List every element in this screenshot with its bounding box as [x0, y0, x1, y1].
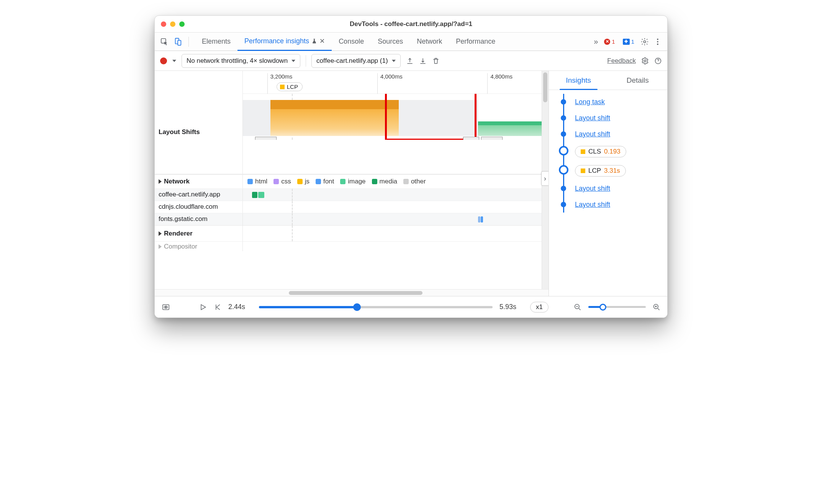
network-chunk[interactable] — [478, 216, 480, 223]
record-button[interactable] — [160, 57, 167, 64]
tab-label: Performance — [456, 38, 495, 46]
tab-console[interactable]: Console — [332, 33, 371, 51]
insight-item[interactable]: Long task — [559, 94, 664, 110]
tab-network[interactable]: Network — [410, 33, 449, 51]
network-row[interactable]: cdnjs.cloudflare.com — [155, 201, 549, 213]
svg-point-4 — [657, 38, 658, 40]
metric-value: 3.31s — [604, 167, 620, 175]
maximize-window-icon[interactable] — [179, 21, 185, 27]
tab-elements[interactable]: Elements — [195, 33, 237, 51]
cls-swatch-icon — [581, 149, 585, 154]
insight-metric-lcp[interactable]: LCP 3.31s — [559, 161, 664, 180]
settings-gear-icon[interactable] — [641, 57, 649, 65]
filmstrip-thumbnail[interactable] — [481, 137, 503, 140]
zoom-out-icon[interactable] — [574, 303, 581, 311]
renderer-section[interactable]: Renderer — [155, 225, 549, 241]
lcp-marker-chip[interactable]: LCP — [277, 82, 303, 91]
ruler-body[interactable]: 3,200ms 4,000ms 4,800ms LCP — [243, 71, 549, 94]
network-chunk[interactable] — [258, 192, 264, 198]
recording-dropdown[interactable]: coffee-cart.netlify.app (1) — [311, 54, 400, 68]
insight-item[interactable]: Layout shift — [559, 196, 664, 213]
minimize-window-icon[interactable] — [170, 21, 175, 27]
play-icon[interactable] — [199, 303, 207, 311]
insight-link[interactable]: Layout shift — [575, 130, 610, 138]
insight-link[interactable]: Layout shift — [575, 114, 610, 122]
insight-item[interactable]: Layout shift — [559, 110, 664, 126]
zoom-in-icon[interactable] — [653, 303, 660, 311]
window-titlebar: DevTools - coffee-cart.netlify.app/?ad=1 — [155, 16, 667, 33]
section-title: Network — [164, 178, 190, 185]
filmstrip-thumbnail[interactable] — [255, 137, 277, 140]
panel-tab-details[interactable]: Details — [608, 71, 668, 90]
delete-icon[interactable] — [432, 57, 440, 65]
overview-flamegraph[interactable] — [243, 94, 549, 140]
tab-sources[interactable]: Sources — [371, 33, 410, 51]
tab-label: Network — [417, 38, 442, 46]
playback-speed[interactable]: x1 — [530, 302, 549, 313]
tab-performance[interactable]: Performance — [449, 33, 502, 51]
panel-collapse-handle[interactable]: › — [541, 171, 549, 186]
section-title: Compositor — [164, 243, 197, 250]
panel-tab-insights[interactable]: Insights — [549, 71, 608, 90]
feedback-link[interactable]: Feedback — [607, 57, 636, 65]
inspect-element-icon[interactable] — [160, 38, 169, 46]
toggle-visibility-icon[interactable] — [162, 303, 170, 311]
skip-back-icon[interactable] — [214, 303, 221, 311]
tick-label: 4,800ms — [490, 73, 513, 80]
close-tab-icon[interactable]: ✕ — [319, 37, 325, 45]
insight-item[interactable]: Layout shift — [559, 180, 664, 196]
overview-row: Layout Shifts — [155, 94, 549, 140]
main-content: 3,200ms 4,000ms 4,800ms LCP Layout Shift… — [155, 71, 667, 296]
network-row[interactable]: coffee-cart.netlify.app — [155, 188, 549, 201]
insight-item[interactable]: Layout shift — [559, 126, 664, 142]
network-row[interactable]: fonts.gstatic.com — [155, 213, 549, 225]
section-title: Renderer — [164, 230, 193, 237]
record-menu-icon[interactable] — [172, 60, 176, 62]
horizontal-scrollbar[interactable] — [155, 289, 549, 296]
network-chunk[interactable] — [481, 216, 483, 223]
chevron-down-icon — [291, 60, 295, 62]
panel-tab-label: Details — [627, 76, 649, 85]
metric-name: CLS — [588, 148, 601, 155]
gear-icon[interactable] — [640, 38, 649, 46]
legend-label: css — [281, 178, 291, 185]
chevron-down-icon — [392, 60, 396, 62]
time-slider[interactable] — [259, 306, 493, 308]
more-tabs-icon[interactable]: » — [594, 37, 598, 46]
device-toggle-icon[interactable] — [174, 38, 182, 46]
error-count-badge[interactable]: ✕1 — [603, 38, 616, 45]
chevron-right-icon — [159, 179, 162, 184]
network-section-toggle[interactable]: Network — [155, 175, 243, 188]
tab-performance-insights[interactable]: Performance insights ✕ — [237, 33, 332, 51]
throttling-dropdown[interactable]: No network throttling, 4× slowdown — [182, 54, 300, 68]
host-label: fonts.gstatic.com — [155, 213, 243, 225]
compositor-section[interactable]: Compositor — [155, 241, 549, 251]
filmstrip-thumbnail[interactable] — [463, 137, 479, 140]
kebab-menu-icon[interactable] — [653, 38, 662, 46]
insight-link[interactable]: Layout shift — [575, 185, 610, 192]
insight-metric-cls[interactable]: CLS 0.193 — [559, 142, 664, 161]
export-icon[interactable] — [406, 57, 414, 65]
legend-label: js — [305, 178, 309, 185]
separator — [306, 55, 306, 67]
metric-name: LCP — [588, 167, 601, 175]
tab-label: Console — [339, 38, 364, 46]
zoom-slider[interactable] — [588, 306, 646, 308]
host-label: coffee-cart.netlify.app — [155, 189, 243, 201]
svg-point-3 — [644, 41, 646, 43]
legend-label: font — [323, 178, 334, 185]
import-icon[interactable] — [419, 57, 427, 65]
insight-link[interactable]: Layout shift — [575, 201, 610, 208]
row-label-blank — [155, 71, 243, 94]
legend-label: other — [411, 178, 426, 185]
legend-label: html — [255, 178, 267, 185]
tab-label: Performance insights — [244, 37, 309, 45]
row-label-layout-shifts: Layout Shifts — [155, 94, 243, 140]
tick-label: 3,200ms — [270, 73, 293, 80]
time-start: 2.44s — [228, 303, 252, 311]
message-count-badge[interactable]: ✚1 — [621, 38, 636, 45]
network-chunk[interactable] — [252, 192, 257, 198]
close-window-icon[interactable] — [161, 21, 166, 27]
help-icon[interactable] — [654, 57, 662, 65]
insight-link[interactable]: Long task — [575, 98, 605, 106]
